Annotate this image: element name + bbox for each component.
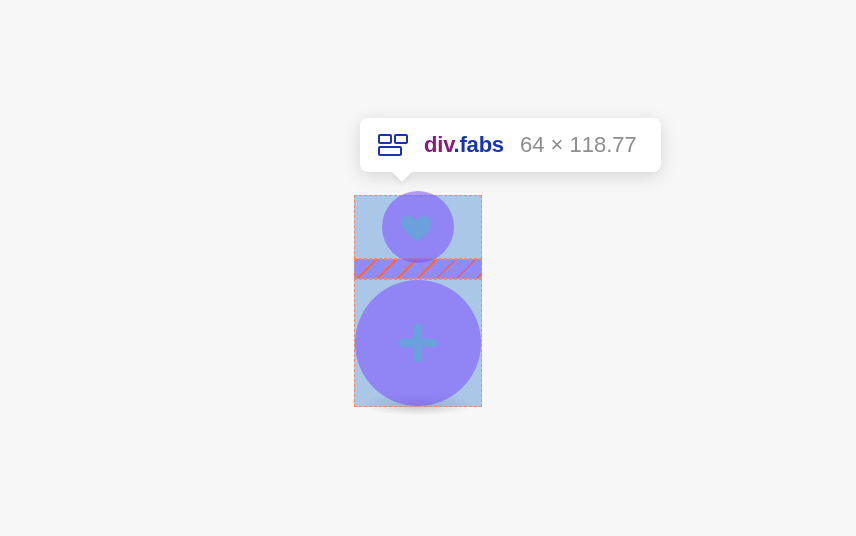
tooltip-dimensions: 64 × 118.77 [520, 132, 637, 158]
fab-large-plus[interactable] [355, 280, 481, 406]
heart-icon [399, 208, 437, 246]
overlay-box-large-fab [354, 279, 482, 407]
tooltip-selector: div.fabs [424, 132, 504, 158]
tooltip-tag-name: div [424, 132, 454, 157]
devtools-element-tooltip: div.fabs 64 × 118.77 [360, 118, 661, 172]
overlay-box-small-fab [354, 195, 482, 259]
svg-rect-2 [379, 135, 391, 143]
tooltip-class-name: .fabs [454, 132, 504, 157]
plus-icon [392, 317, 444, 369]
fabs-container [354, 195, 482, 407]
fab-small-heart[interactable] [382, 191, 454, 263]
svg-rect-4 [379, 147, 401, 155]
flex-layout-icon [378, 134, 408, 156]
svg-rect-3 [395, 135, 407, 143]
